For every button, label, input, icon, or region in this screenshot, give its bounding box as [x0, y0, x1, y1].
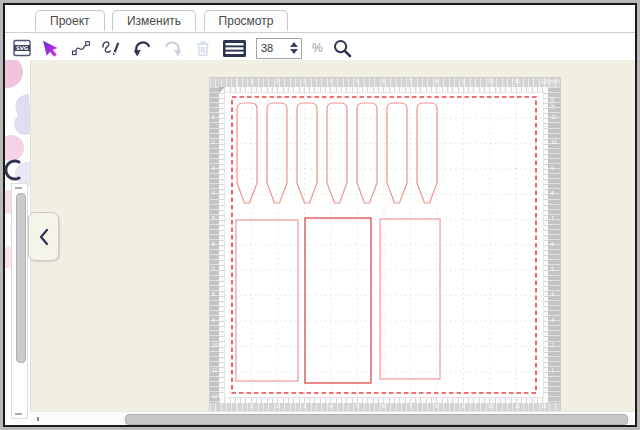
shape-rectangle[interactable]	[236, 220, 298, 381]
svg-file-badge-icon: SVG	[12, 38, 32, 58]
svg-text:SVG: SVG	[16, 45, 28, 51]
freehand-draw-tool-button[interactable]	[100, 36, 122, 60]
select-tool-button[interactable]	[41, 36, 62, 60]
cutting-mat: 123456789101112(inch) 123456789101112 12…	[209, 77, 561, 413]
ruler-number: 1	[250, 79, 253, 84]
ruler-number: 10	[212, 343, 218, 348]
ruler-number: 9	[462, 79, 465, 84]
tab-bar: Проект Изменить Просмотр	[5, 5, 635, 33]
ruler-number: 1	[250, 404, 253, 409]
tab-project[interactable]: Проект	[35, 10, 105, 31]
ruler-number: 5	[356, 79, 359, 84]
delete-button[interactable]	[193, 36, 213, 60]
ruler-number: 10	[551, 140, 557, 145]
chevron-left-icon	[38, 228, 50, 246]
horizontal-scrollbar-thumb[interactable]	[125, 414, 628, 425]
horizontal-scrollbar[interactable]	[30, 411, 633, 425]
redo-arrow-icon	[162, 38, 184, 58]
ruler-number: 1	[212, 115, 215, 120]
ruler-number: 6	[382, 79, 385, 84]
vertical-scrollbar[interactable]	[11, 183, 28, 419]
panel-collapse-button[interactable]	[28, 212, 59, 261]
workspace: 123456789101112(inch) 123456789101112 12…	[5, 60, 635, 425]
ruler-number: 2	[551, 343, 554, 348]
ruler-number: 4	[551, 292, 554, 297]
ruler-number: 3	[303, 79, 306, 84]
ruler-number: 5	[212, 216, 215, 221]
ruler-number: 6	[212, 242, 215, 247]
ruler-number: 2	[212, 140, 215, 145]
subruler-right	[543, 93, 548, 397]
import-svg-button[interactable]: SVG	[12, 36, 32, 60]
zoom-level-input-group	[256, 38, 302, 59]
ruler-number: 4	[329, 404, 332, 409]
magnifier-icon	[332, 38, 353, 59]
polyline-nodes-icon	[71, 39, 91, 57]
ruler-number: 7	[409, 79, 412, 84]
ruler-number: 8	[212, 292, 215, 297]
zoom-level-input[interactable]	[261, 42, 287, 54]
ruler-number: 7	[212, 267, 215, 272]
percent-label: %	[312, 41, 323, 55]
ruler-number: 9	[462, 404, 465, 409]
ruler-number: 7	[551, 216, 554, 221]
ruler-right: 1110987654321(inch)	[548, 87, 560, 403]
horizontal-bars-icon	[222, 39, 247, 58]
spinner-down-icon[interactable]	[290, 49, 298, 54]
ruler-number: 12	[541, 79, 547, 84]
ruler-number: 3	[551, 318, 554, 323]
ruler-number: (inch)	[550, 97, 554, 109]
ruler-number: 9	[212, 318, 215, 323]
ruler-number: 12	[541, 404, 547, 409]
ruler-number: 11	[551, 115, 556, 120]
ruler-number: 6	[382, 404, 385, 409]
ruler-number: (inch)	[547, 79, 560, 84]
layers-button[interactable]	[222, 36, 247, 60]
zoom-spinner	[287, 42, 301, 54]
undo-arrow-icon	[131, 38, 153, 58]
ruler-number: 4	[329, 79, 332, 84]
ruler-number: 3	[212, 166, 215, 171]
tab-edit[interactable]: Изменить	[112, 10, 196, 31]
rotate-arrow-icon	[5, 157, 24, 185]
ruler-number: 8	[435, 404, 438, 409]
ruler-number: 8	[435, 79, 438, 84]
ruler-number: 2	[276, 79, 279, 84]
ruler-number: 8	[551, 191, 554, 196]
page-svg[interactable]	[225, 93, 543, 397]
undo-button[interactable]	[131, 36, 153, 60]
ruler-top: 123456789101112(inch)	[210, 78, 560, 87]
ruler-left: 123456789101112	[210, 87, 219, 403]
ruler-number: 9	[551, 166, 554, 171]
ruler-number: 10	[488, 404, 494, 409]
tab-preview[interactable]: Просмотр	[204, 10, 289, 31]
trash-icon	[193, 38, 213, 58]
ruler-number: 5	[551, 267, 554, 272]
ruler-number: 5	[356, 404, 359, 409]
vertical-scrollbar-thumb[interactable]	[16, 193, 26, 363]
rotate-arrow-decoration	[5, 157, 24, 185]
cursor-arrow-icon	[41, 38, 62, 59]
ruler-number: 3	[303, 404, 306, 409]
app-window: Проект Изменить Просмотр SVG	[3, 3, 637, 427]
shape-rectangle[interactable]	[305, 218, 371, 383]
ruler-number: 4	[212, 191, 215, 196]
ruler-number: 1	[551, 368, 554, 373]
zoom-tool-button[interactable]	[332, 36, 353, 60]
ruler-number: 10	[488, 79, 494, 84]
ruler-number: 11	[212, 368, 217, 373]
spinner-up-icon[interactable]	[290, 42, 298, 47]
ruler-number: 11	[515, 404, 520, 409]
pen-squiggle-icon	[100, 38, 122, 58]
ruler-number: 12	[212, 394, 218, 399]
subruler-bottom	[219, 397, 548, 403]
ruler-number: 2	[276, 404, 279, 409]
ruler-number: 11	[515, 79, 520, 84]
redo-button[interactable]	[162, 36, 184, 60]
ruler-number: 7	[409, 404, 412, 409]
node-edit-tool-button[interactable]	[71, 36, 91, 60]
ruler-number: 6	[551, 242, 554, 247]
